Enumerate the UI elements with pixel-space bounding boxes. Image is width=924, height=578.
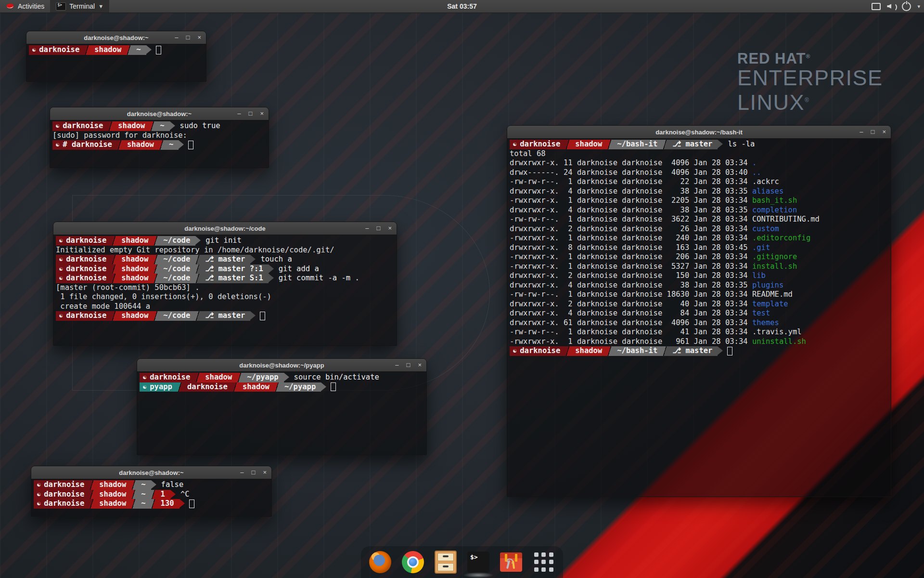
ls-entry-name: aliases — [752, 187, 783, 196]
terminal-window-code: darknoise@shadow:~/code –□× ☯darknoisesh… — [53, 222, 397, 346]
ls-entry-name: custom — [752, 224, 779, 233]
ls-entry-name: completion — [752, 206, 797, 214]
prompt-segment-path: ~ — [136, 480, 151, 490]
segment-separator — [112, 274, 116, 283]
maximize-button[interactable]: □ — [249, 107, 253, 120]
prompt-segment-host: shadow — [94, 480, 131, 490]
ls-entry-meta: drwx------. 24 darknoise darknoise 4096 … — [510, 168, 752, 177]
prompt-segment-path: ~/pyapp — [279, 382, 321, 392]
system-menu-chevron-icon[interactable]: ▾ — [917, 3, 920, 10]
prompt-segment-path: ~ — [136, 490, 151, 499]
segment-separator — [151, 499, 155, 509]
prompt-segment-path: ~ — [131, 45, 146, 55]
power-icon[interactable] — [902, 2, 911, 11]
dock-item-toolbox[interactable] — [500, 551, 523, 574]
minimize-button[interactable]: – — [395, 359, 398, 371]
close-button[interactable]: × — [263, 466, 267, 479]
prompt-segment-user: ☯# darknoise — [52, 140, 117, 150]
terminal-line: -rw-rw-r--. 1 darknoise darknoise 41 Jan… — [510, 328, 891, 337]
segment-separator — [90, 490, 94, 499]
close-button[interactable]: × — [882, 126, 886, 138]
dock-item-app-grid[interactable] — [532, 551, 555, 574]
app-grid-icon — [534, 552, 553, 572]
drawer-glyph — [437, 563, 454, 571]
dock-item-chrome[interactable] — [401, 551, 424, 574]
maximize-button[interactable]: □ — [377, 222, 381, 235]
maximize-button[interactable]: □ — [871, 126, 875, 138]
display-icon[interactable] — [872, 3, 881, 10]
maximize-button[interactable]: □ — [252, 466, 256, 479]
activities-button[interactable]: Activities — [0, 0, 50, 13]
terminal-content[interactable]: ☯darknoiseshadow~ — [26, 44, 206, 81]
prompt-distro-icon: ☯ — [513, 346, 516, 356]
window-titlebar[interactable]: darknoise@shadow:~/bash-it –□× — [507, 126, 891, 139]
ls-entry-meta: drwxrwxr-x. 11 darknoise darknoise 4096 … — [510, 158, 752, 167]
ls-entry-name: .travis.yml — [752, 328, 802, 336]
maximize-button[interactable]: □ — [407, 359, 411, 371]
segment-separator — [131, 480, 136, 490]
close-button[interactable]: × — [260, 107, 264, 120]
segment-separator — [150, 121, 154, 131]
maximize-button[interactable]: □ — [186, 31, 190, 44]
files-icon — [435, 551, 457, 574]
minimize-button[interactable]: – — [175, 31, 178, 44]
brand-linux: LINUX® — [737, 89, 883, 114]
terminal-content[interactable]: ☯darknoiseshadow~/pyappsource bin/activa… — [137, 371, 426, 455]
terminal-content[interactable]: ☯darknoiseshadow~sudo true[sudo] passwor… — [50, 120, 269, 168]
close-button[interactable]: × — [418, 359, 422, 371]
terminal-line: ☯darknoiseshadow~/code⎇ master — [56, 311, 397, 321]
minimize-button[interactable]: – — [860, 126, 863, 138]
minimize-button[interactable]: – — [240, 466, 244, 479]
terminal-window-pyapp: darknoise@shadow:~/pyapp –□× ☯darknoises… — [137, 358, 427, 455]
minimize-button[interactable]: – — [237, 107, 241, 120]
terminal-content[interactable]: ☯darknoiseshadow~/codegit initInitialize… — [53, 235, 397, 345]
prompt-arrow — [170, 121, 175, 130]
prompt-segment-host: shadow — [89, 45, 127, 55]
prompt-distro-icon: ☯ — [59, 236, 63, 246]
terminal-line: -rw-rw-r--. 1 darknoise darknoise 18630 … — [510, 290, 891, 300]
ls-entry-name: plugins — [752, 281, 783, 289]
window-titlebar[interactable]: darknoise@shadow:~/pyapp –□× — [137, 359, 426, 372]
prompt-segment-user: ☯darknoise — [56, 255, 112, 264]
terminal-content[interactable]: ☯darknoiseshadow~/bash-it⎇ masterls -lat… — [507, 138, 891, 497]
command-text: source bin/activate — [294, 373, 379, 382]
window-titlebar[interactable]: darknoise@shadow:~ –□× — [50, 107, 269, 120]
prompt-segment-host: shadow — [94, 490, 131, 499]
clock[interactable]: Sat 03:57 — [0, 2, 924, 10]
segment-separator — [195, 311, 200, 321]
prompt-segment-path: ~/pyapp — [242, 373, 283, 382]
close-button[interactable]: × — [197, 31, 201, 44]
prompt-segment-user: ☯darknoise — [34, 480, 90, 490]
ls-entry-name: install.sh — [752, 262, 797, 271]
prompt-segment-git: ⎇ master — [200, 255, 250, 264]
prompt-arrow — [718, 346, 723, 355]
terminal-cursor — [189, 499, 194, 508]
close-button[interactable]: × — [388, 222, 392, 235]
prompt-segment-path: ~/bash-it — [612, 140, 663, 149]
terminal-window-bash-it: darknoise@shadow:~/bash-it –□× ☯darknois… — [507, 125, 891, 497]
dock-item-firefox[interactable] — [369, 551, 392, 574]
ls-entry-name: lib — [752, 271, 766, 280]
terminal-content[interactable]: ☯darknoiseshadow~false☯darknoiseshadow~1… — [31, 479, 271, 516]
volume-icon[interactable] — [887, 3, 896, 10]
segment-separator — [275, 382, 279, 392]
window-title: darknoise@shadow:~ — [127, 110, 192, 118]
window-titlebar[interactable]: darknoise@shadow:~/code –□× — [53, 222, 397, 235]
prompt-arrow — [250, 255, 256, 263]
dock-item-files[interactable] — [434, 551, 457, 574]
window-title: darknoise@shadow:~ — [119, 469, 183, 476]
terminal-line: [sudo] password for darknoise: — [52, 131, 269, 141]
terminal-line: ☯darknoiseshadow~130 — [34, 499, 271, 509]
dock-item-terminal[interactable]: $> — [467, 551, 490, 574]
segment-separator — [151, 490, 155, 499]
minimize-button[interactable]: – — [365, 222, 369, 235]
prompt-distro-icon: ☯ — [37, 480, 40, 490]
window-titlebar[interactable]: darknoise@shadow:~ –□× — [31, 466, 271, 479]
prompt-arrow — [269, 264, 274, 273]
terminal-line: create mode 100644 a — [56, 302, 397, 312]
ls-entry-meta: drwxrwxr-x. 2 darknoise darknoise 26 Jan… — [510, 224, 752, 233]
app-menu-terminal[interactable]: $> Terminal ▼ — [50, 0, 109, 13]
window-titlebar[interactable]: darknoise@shadow:~ –□× — [26, 31, 206, 44]
prompt-arrow — [179, 140, 184, 149]
terminal-cursor — [156, 46, 161, 54]
